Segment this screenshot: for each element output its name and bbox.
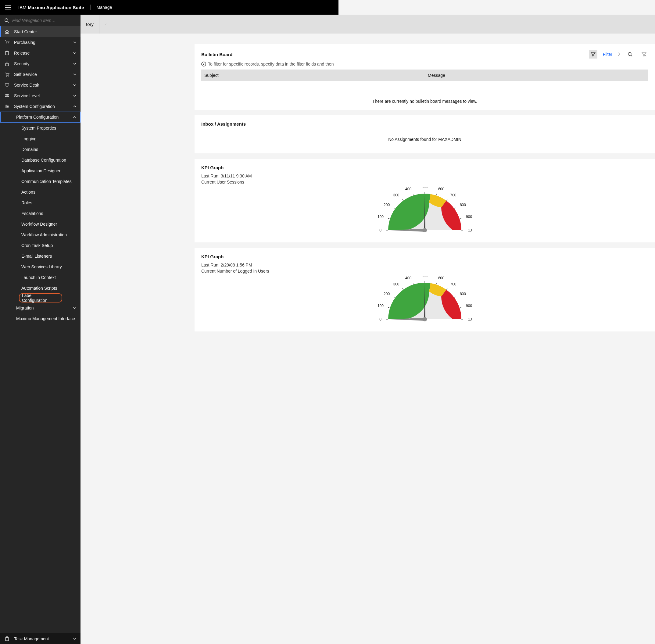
bulletin-filter-inputs	[201, 85, 338, 93]
nav-item-system-configuration[interactable]: System Configuration	[0, 101, 81, 112]
kpi1-meta: Last Run: 3/11/11 9:30 AM Current User S…	[201, 173, 338, 185]
home-icon	[4, 29, 10, 34]
menu-toggle-icon[interactable]	[5, 4, 11, 10]
svg-point-71	[6, 107, 7, 108]
chevron-icon	[73, 73, 76, 75]
nav-item-release[interactable]: Release	[0, 48, 81, 58]
sidebar: Start Center PurchasingReleaseSecuritySe…	[0, 15, 81, 333]
nav-item-service-level[interactable]: Service Level	[0, 90, 81, 101]
nav-migration[interactable]: Migration	[0, 302, 81, 313]
nav-start-center[interactable]: Start Center	[0, 26, 81, 37]
brand-ibm: IBM	[18, 5, 26, 10]
kpi1-lastrun: Last Run: 3/11/11 9:30 AM	[201, 173, 338, 179]
kpi2-panel: KPI Graph Last Run: 2/29/08 1:56 PM Curr…	[195, 248, 338, 331]
kpi1-gauge: 01002003004005006007008009001,000	[201, 187, 338, 236]
clipboard-icon	[4, 51, 10, 55]
svg-rect-66	[5, 84, 9, 86]
nav-leaf-web-services-library[interactable]: Web Services Library	[0, 261, 81, 272]
bulletin-empty: There are currently no bulletin board me…	[201, 99, 338, 104]
nav-label: Self Service	[14, 72, 73, 77]
nav-item-service-desk[interactable]: Service Desk	[0, 79, 81, 90]
suite-brand: IBM Maximo Application Suite	[18, 5, 84, 10]
svg-point-60	[8, 44, 8, 44]
chevron-icon	[73, 106, 76, 107]
nav-label: Release	[14, 51, 73, 55]
tab-dropdown[interactable]	[99, 15, 112, 33]
nav-mgmt-interface[interactable]: Maximo Management Interface	[0, 313, 81, 324]
nav-search-input[interactable]	[12, 18, 76, 23]
svg-point-65	[8, 76, 8, 76]
topbar: IBM Maximo Application Suite Manage	[0, 0, 338, 15]
kpi1-title: KPI Graph	[201, 165, 338, 170]
nav-label: Start Center	[14, 29, 76, 34]
filter-hint: To filter for specific records, specify …	[201, 62, 338, 67]
nav-label: Service Level	[14, 93, 73, 98]
chevron-down-icon	[105, 23, 107, 25]
kpi2-lastrun: Last Run: 2/29/08 1:56 PM	[201, 262, 338, 268]
nav-search-row	[0, 15, 81, 26]
bulletin-board-panel: Bulletin Board Filter	[195, 44, 338, 110]
nav-leaf-cron-task-setup[interactable]: Cron Task Setup	[0, 240, 81, 251]
desk-icon	[4, 83, 10, 88]
nav-leaf-system-properties[interactable]: System Properties	[0, 122, 81, 133]
chevron-icon	[73, 42, 76, 43]
nav-leaf-actions[interactable]: Actions	[0, 187, 81, 197]
nav-leaf-logging[interactable]: Logging	[0, 133, 81, 144]
nav-leaf-database-configuration[interactable]: Database Configuration	[0, 155, 81, 165]
nav-item-purchasing[interactable]: Purchasing	[0, 37, 81, 48]
kpi2-title: KPI Graph	[201, 254, 338, 259]
nav-sub-label: Migration	[16, 305, 34, 310]
nav-leaf-workflow-designer[interactable]: Workflow Designer	[0, 218, 81, 229]
search-icon	[4, 18, 9, 23]
subject-filter-input[interactable]	[201, 85, 338, 93]
nav-leaf-domains[interactable]: Domains	[0, 144, 81, 155]
bulletin-title: Bulletin Board	[201, 52, 338, 57]
nav-leaf-launch-in-context[interactable]: Launch in Context	[0, 272, 81, 283]
nav-item-security[interactable]: Security	[0, 58, 81, 69]
divider	[90, 5, 91, 10]
nav-leaf-workflow-administration[interactable]: Workflow Administration	[0, 229, 81, 240]
nav-item-self-service[interactable]: Self Service	[0, 69, 81, 79]
right-column: Bulletin Board Filter	[195, 44, 338, 331]
tab-history[interactable]: tory	[81, 15, 99, 33]
nav-leaf-e-mail-listeners[interactable]: E-mail Listeners	[0, 251, 81, 261]
cart-icon	[4, 40, 10, 45]
nav-sub-label: Maximo Management Interface	[16, 316, 75, 321]
bulletin-header-row: Subject Message	[201, 70, 338, 81]
app-name: Manage	[97, 5, 112, 10]
kpi2-meta: Last Run: 2/29/08 1:56 PM Current Number…	[201, 262, 338, 274]
brand-suite: Maximo Application Suite	[28, 5, 84, 10]
people-icon	[4, 93, 10, 98]
inbox-title: Inbox / Assignments	[201, 121, 338, 127]
chevron-icon	[73, 95, 76, 97]
chevron-up-icon	[73, 116, 76, 118]
svg-point-68	[7, 94, 8, 95]
nav-scroll[interactable]: PurchasingReleaseSecuritySelf ServiceSer…	[0, 37, 81, 333]
nav-platform-configuration[interactable]: Platform Configuration	[0, 112, 81, 122]
nav-leaf-roles[interactable]: Roles	[0, 197, 81, 208]
inbox-empty: No Assignments found for MAXADMIN	[201, 137, 338, 142]
inbox-panel: Inbox / Assignments No Assignments found…	[195, 115, 338, 153]
svg-line-58	[8, 21, 9, 23]
svg-point-69	[6, 105, 7, 106]
nav-label: Service Desk	[14, 83, 73, 88]
chevron-icon	[73, 84, 76, 86]
nav-sub-label: Platform Configuration	[16, 115, 59, 119]
svg-point-64	[6, 76, 7, 76]
nav-label: System Configuration	[14, 104, 73, 109]
nav-leaf-application-designer[interactable]: Application Designer	[0, 165, 81, 176]
kpi2-name: Current Number of Logged In Users	[201, 268, 338, 274]
shopcart-icon	[4, 72, 10, 77]
svg-rect-6	[203, 64, 204, 65]
nav-leaf-escalations[interactable]: Escalations	[0, 208, 81, 218]
nav-leaf-communication-templates[interactable]: Communication Templates	[0, 176, 81, 187]
lock-icon	[4, 61, 10, 66]
col-subject: Subject	[201, 73, 338, 78]
svg-rect-63	[5, 64, 8, 66]
nav-leaf-automation-scripts[interactable]: Automation Scripts	[0, 283, 81, 293]
svg-point-70	[8, 106, 8, 107]
chevron-icon	[73, 52, 76, 54]
svg-point-57	[5, 19, 8, 22]
nav-leaf-label-configuration[interactable]: Label Configuration	[19, 293, 62, 302]
kpi2-gauge: 01002003004005006007008009001,000	[201, 277, 338, 325]
